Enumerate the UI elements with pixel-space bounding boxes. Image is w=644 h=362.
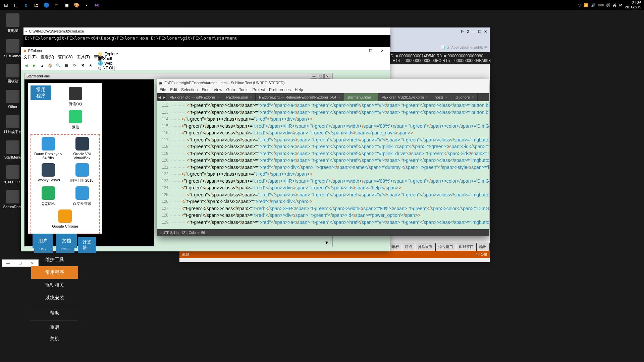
stop-icon[interactable]: ✖ — [79, 62, 86, 69]
nav-item[interactable]: 驱动相关 — [31, 279, 78, 292]
docs-button[interactable]: 文档 — [56, 234, 77, 248]
tray-icon[interactable]: ▽ — [578, 3, 581, 7]
edge-icon[interactable]: e — [21, 0, 31, 10]
close-tab-icon[interactable]: × — [426, 96, 428, 99]
panel-tab[interactable]: 输出 — [477, 243, 490, 251]
refresh-icon[interactable]: ↻ — [71, 62, 78, 69]
app-icon[interactable]: ▣ — [62, 0, 71, 10]
restart-button[interactable]: 重启 — [31, 322, 78, 333]
nav-item[interactable]: 系统安装 — [31, 292, 78, 304]
close-tab-icon[interactable]: × — [250, 96, 252, 99]
tool-icon[interactable]: ▦ — [63, 62, 70, 69]
editor-tab[interactable]: hosts× — [431, 93, 451, 101]
tab-next-icon[interactable]: ▶ — [162, 93, 166, 101]
start-button[interactable]: ⊞ — [1, 0, 11, 10]
desktop-icon[interactable]: ScrumDocs — [3, 190, 23, 209]
menu-item[interactable]: Goto — [226, 87, 235, 92]
tab-prev-icon[interactable]: ◀ — [157, 93, 162, 101]
explorer-icon[interactable]: 🗂 — [32, 0, 41, 10]
help-button[interactable]: 帮助 — [31, 307, 78, 319]
desktop-icon[interactable]: 此电脑 — [3, 13, 23, 33]
minimize-button[interactable]: — — [472, 29, 475, 34]
app-shortcut[interactable]: Twonky Server — [33, 163, 63, 183]
maximize-button[interactable]: ☐ — [14, 260, 26, 266]
app-icon[interactable]: ≡ — [52, 0, 61, 10]
star-icon[interactable]: ★ — [87, 62, 94, 69]
editor-tab[interactable]: PExlorer_VS2015.vcxproj× — [378, 93, 431, 101]
nav-fwd-icon[interactable]: ▶ — [31, 62, 38, 69]
home-icon[interactable]: 🏠 — [47, 62, 54, 69]
menu-item[interactable]: 文件(F) — [23, 54, 37, 61]
notification-icon[interactable]: 🏳 — [461, 29, 464, 34]
close-button[interactable]: ✕ — [377, 48, 387, 54]
panel-tab[interactable]: 异常设置 — [415, 243, 436, 251]
desktop-icon[interactable]: StartMenu — [3, 140, 23, 159]
app-shortcut[interactable]: 腾讯QQ — [60, 87, 91, 107]
menu-item[interactable]: Edit — [170, 87, 177, 92]
app-shortcut[interactable]: 阿里旺旺2015 — [67, 163, 97, 183]
menu-item[interactable]: 窗口(W) — [58, 54, 72, 61]
menu-item[interactable]: Find — [202, 87, 209, 92]
desktop-icon[interactable]: 回收站 — [3, 64, 23, 84]
menu-item[interactable]: Preferences — [269, 87, 291, 92]
app-shortcut[interactable]: Oracle VM VirtualBox — [67, 137, 97, 160]
nav-item[interactable]: 常用程序 — [31, 266, 78, 279]
close-tab-icon[interactable]: × — [472, 96, 474, 99]
menu-item[interactable]: 查看(V) — [41, 54, 54, 61]
desktop-icon[interactable]: Other — [3, 90, 23, 109]
nav-item[interactable]: 维护工具 — [31, 253, 78, 266]
close-tab-icon[interactable]: × — [446, 96, 448, 99]
desktop-icon[interactable]: SuitGamer — [3, 39, 23, 58]
menu-item[interactable]: 工具(T) — [77, 54, 90, 61]
editor-tab[interactable]: PExlorer.jcfg — ReleasePExlorer\PExlorer… — [256, 93, 344, 101]
nav-back-icon[interactable]: ◀ — [23, 62, 30, 69]
panel-tab[interactable]: 断点 — [402, 243, 415, 251]
minimize-button[interactable]: — — [2, 260, 14, 266]
maximize-button[interactable]: ☐ — [366, 48, 376, 54]
panel-tab[interactable]: 命令窗口 — [436, 243, 456, 251]
panel-tab[interactable]: 即时窗口 — [456, 243, 477, 251]
cmd-window[interactable]: ▪ C:\WINDOWS\system32\cmd.exe E:\PExlore… — [23, 27, 390, 48]
clock[interactable]: 21:36 2016/2/19 — [625, 1, 641, 9]
shutdown-button[interactable]: 关机 — [31, 333, 78, 345]
terminal-icon[interactable]: ▪ — [82, 0, 91, 10]
close-tab-icon[interactable]: × — [373, 96, 375, 99]
volume-icon[interactable]: 🔊 — [591, 3, 596, 7]
menu-item[interactable]: View — [214, 87, 222, 92]
toolbar-item[interactable]: ◎NT Obj — [98, 66, 118, 70]
minimize-button[interactable]: — — [311, 74, 317, 79]
editor[interactable]: 1121131141151161171181191201211221231241… — [157, 101, 489, 229]
resize-grip-icon[interactable]: ▾ — [325, 239, 330, 244]
app-shortcut[interactable]: 百度云管家 — [67, 186, 97, 206]
task-view-icon[interactable]: ▢ — [11, 0, 21, 10]
close-tab-icon[interactable]: × — [217, 96, 219, 99]
editor-tab[interactable]: PExlorer.jcfg — git\PExlorer× — [166, 93, 223, 101]
sublime-window[interactable]: ▣ E:\PExlorer\git\PExlorer\starmenu.html… — [157, 79, 489, 236]
toolbar-item[interactable]: 📁Explore — [98, 52, 118, 56]
ime-eng-icon[interactable]: 英 — [613, 3, 616, 8]
ime-m-icon[interactable]: M — [619, 3, 622, 7]
menu-item[interactable]: Tools — [239, 87, 249, 92]
nav-up-icon[interactable]: ▲ — [39, 62, 46, 69]
close-tab-icon[interactable]: × — [338, 96, 340, 99]
ime-icon[interactable]: ⌨ — [598, 3, 604, 7]
wifi-icon[interactable]: 📶 — [584, 3, 588, 7]
editor-tab[interactable]: starmenu.html× — [344, 93, 379, 101]
app-shortcut[interactable]: Google Chrome — [50, 209, 80, 228]
menu-item[interactable]: Help — [295, 87, 303, 92]
menu-item[interactable]: File — [160, 87, 166, 92]
menu-item[interactable]: Selection — [181, 87, 198, 92]
app-shortcut[interactable]: QQ旋风 — [33, 186, 63, 206]
user-button[interactable]: 用户 — [33, 234, 53, 248]
chrome-icon[interactable]: 🔵 — [42, 0, 51, 10]
app-icon[interactable]: 🎨 — [72, 0, 81, 10]
toolbar-item[interactable]: 🌐Web — [98, 61, 118, 66]
toolbar-item[interactable]: ▣Shell — [98, 56, 118, 61]
app-shortcut[interactable]: 微信 — [60, 110, 91, 130]
close-button[interactable]: ✕ — [324, 74, 330, 79]
desktop-icon[interactable]: 11对战平台 — [3, 115, 23, 134]
editor-tab[interactable]: .gitignore× — [451, 93, 477, 101]
bottom-button[interactable]: 计算 器 — [78, 237, 96, 253]
vs-icon[interactable]: ⧓ — [92, 0, 101, 10]
editor-tab[interactable]: PExlorer.json× — [223, 93, 256, 101]
